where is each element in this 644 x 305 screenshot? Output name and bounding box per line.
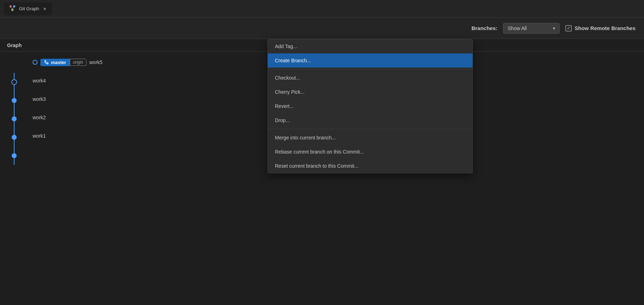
context-menu-separator-1 (268, 69, 473, 69)
main-area: Branches: Show All ▾ ✓ Show Remote Branc… (0, 18, 644, 305)
git-graph-icon (9, 4, 16, 13)
commit-info: work1 (33, 133, 46, 139)
commit-dot-head (33, 60, 38, 65)
show-remote-label: Show Remote Branches (575, 25, 635, 31)
svg-point-2 (11, 9, 13, 11)
context-menu-item-create-branch[interactable]: Create Branch... (268, 53, 473, 68)
tab-bar: Git Graph × (0, 0, 644, 18)
svg-line-4 (12, 7, 14, 9)
chevron-down-icon: ▾ (553, 26, 555, 31)
branches-label: Branches: (471, 25, 497, 31)
context-menu-item-cherry-pick[interactable]: Cherry Pick... (268, 85, 473, 99)
commit-info: work4 (33, 78, 46, 84)
commit-message: work2 (33, 115, 46, 120)
context-menu-item-reset[interactable]: Reset current branch to this Commit... (268, 159, 473, 173)
toolbar: Branches: Show All ▾ ✓ Show Remote Branc… (0, 18, 644, 39)
svg-point-0 (10, 5, 12, 7)
master-label: master (51, 60, 66, 65)
master-badge: master (40, 59, 70, 66)
svg-line-3 (11, 7, 12, 9)
branches-dropdown[interactable]: Show All ▾ (503, 23, 560, 34)
git-icon (44, 60, 49, 65)
commit-message: work1 (33, 133, 46, 139)
tab-close-button[interactable]: × (42, 6, 47, 12)
context-menu-separator-2 (268, 129, 473, 129)
context-menu-item-merge[interactable]: Merge into current branch... (268, 131, 473, 145)
commit-message: work3 (33, 96, 46, 102)
commit-info: work3 (33, 96, 46, 102)
graph-col-header: Graph (7, 42, 22, 48)
tab-title: Git Graph (19, 6, 39, 11)
branch-badge: master origin (40, 59, 86, 66)
commit-message: work4 (33, 78, 46, 84)
commit-info: master origin work5 (33, 59, 102, 66)
context-menu-item-checkout[interactable]: Checkout... (268, 71, 473, 85)
git-graph-tab[interactable]: Git Graph × (4, 2, 52, 15)
commit-message: work5 (89, 59, 102, 65)
context-menu-item-drop[interactable]: Drop... (268, 113, 473, 127)
branches-select-value: Show All (508, 25, 527, 31)
show-remote-checkbox[interactable]: ✓ (565, 25, 572, 31)
context-menu-item-rebase[interactable]: Rebase current branch on this Commit... (268, 145, 473, 159)
svg-point-11 (45, 61, 46, 62)
context-menu-item-add-tag[interactable]: Add Tag... (268, 39, 473, 53)
context-menu: Add Tag... Create Branch... Checkout... … (267, 39, 473, 173)
commit-info: work2 (33, 115, 46, 120)
origin-badge: origin (70, 59, 86, 66)
svg-point-10 (12, 153, 17, 158)
svg-point-1 (13, 5, 15, 7)
context-menu-item-revert[interactable]: Revert... (268, 99, 473, 113)
show-remote-container: ✓ Show Remote Branches (565, 25, 635, 31)
